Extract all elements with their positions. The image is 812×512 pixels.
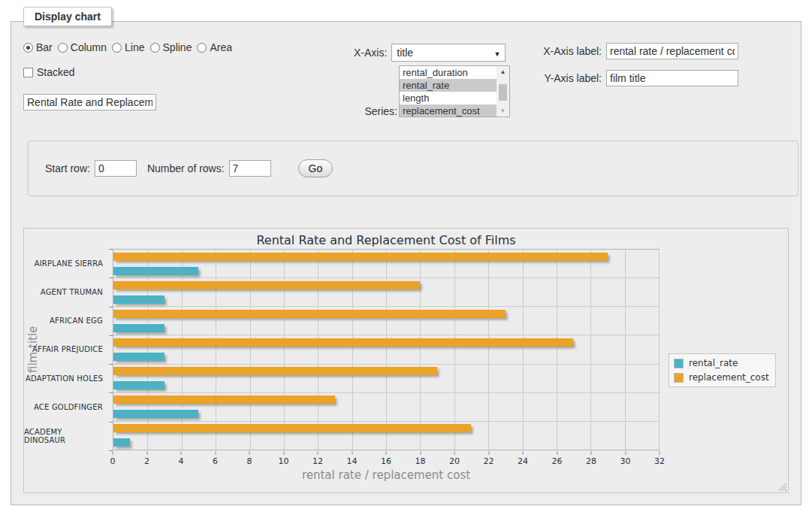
x-tick-mark [146,451,147,455]
x-axis-label-label: X-Axis label: [542,45,602,57]
x-tick-mark [215,451,216,455]
chart-type-option-column[interactable]: Column [58,41,107,53]
radio-icon[interactable] [23,43,33,53]
y-axis-label-label: Y-Axis label: [542,72,602,84]
series-select-label: Series: [352,105,397,117]
category-label: AGENT TRUMAN [24,277,108,306]
radio-icon[interactable] [150,43,160,53]
radio-icon[interactable] [112,43,122,53]
chart-row [113,422,659,450]
x-axis-select[interactable]: title [391,44,506,62]
x-tick-mark [523,451,524,455]
scrollbar-thumb[interactable] [499,84,507,101]
legend-swatch-icon [674,373,684,383]
series-listbox-scrollbar[interactable] [497,66,509,117]
series-listbox[interactable]: rental_durationrental_ratelengthreplacem… [399,65,510,117]
category-labels: AIRPLANE SIERRAAGENT TRUMANAFRICAN EGGAF… [24,249,108,450]
bar-replacement_cost [113,367,437,375]
bar-rental_rate [113,324,165,332]
chart-row [113,335,659,364]
x-tick-label: 18 [415,456,426,466]
x-axis-label-input[interactable] [606,43,738,59]
bar-rental_rate [113,353,165,361]
stacked-checkbox[interactable] [23,68,33,77]
x-tick-label: 8 [247,456,252,466]
chart-type-option-line[interactable]: Line [112,41,144,53]
chart-type-option-spline[interactable]: Spline [150,41,192,53]
chart-rows [113,250,659,450]
chart-type-option-bar[interactable]: Bar [23,41,53,53]
chart-x-axis-title: rental rate / replacement cost [113,468,660,482]
chart-row [113,250,659,278]
bar-replacement_cost [113,253,608,261]
chart-row [113,278,659,307]
x-tick-mark [420,451,421,455]
series-option-replacement_cost[interactable]: replacement_cost [400,105,497,117]
radio-option-label: Spline [163,41,192,53]
chart-legend: rental_ratereplacement_cost [669,353,776,387]
radio-option-label: Bar [36,41,53,53]
chart-row [113,307,659,335]
chart-type-radio-group: BarColumnLineSplineArea [23,41,237,53]
x-tick-mark [591,451,592,455]
category-label: ACE GOLDFINGER [24,392,108,421]
y-axis-label-input[interactable] [606,70,738,86]
category-label: AFFAIR PREJUDICE [24,335,108,364]
fieldset-legend: Display chart [23,7,112,26]
num-rows-input[interactable] [229,160,271,177]
series-option-rental_rate[interactable]: rental_rate [400,79,497,92]
chart-type-option-area[interactable]: Area [197,41,232,53]
bar-replacement_cost [113,281,420,289]
stacked-option[interactable]: Stacked [23,66,75,78]
x-tick-mark [660,451,660,455]
x-tick-mark [352,451,352,455]
bar-replacement_cost [113,395,335,404]
bar-replacement_cost [113,424,471,432]
legend-swatch-icon [674,359,684,368]
x-tick-label: 10 [279,456,289,466]
go-button[interactable]: Go [298,159,334,177]
start-row-label: Start row: [45,162,90,174]
legend-label: rental_rate [689,358,738,368]
x-tick-mark [386,451,387,455]
x-tick-labels: 02468101214161820222426283032 [113,450,660,468]
legend-label: replacement_cost [689,372,769,383]
radio-option-label: Line [125,41,144,53]
x-tick-label: 6 [213,456,218,466]
start-row-input[interactable] [95,160,137,177]
radio-option-label: Area [210,41,232,53]
series-option-rental_duration[interactable]: rental_duration [400,66,497,79]
radio-option-label: Column [71,41,107,53]
chart-title-input[interactable] [23,94,156,111]
bar-replacement_cost [113,310,506,318]
x-tick-mark [625,451,626,455]
x-tick-mark [113,451,113,455]
bar-rental_rate [113,438,130,447]
scroll-down-icon[interactable] [497,105,509,117]
radio-icon[interactable] [58,43,68,53]
resize-handle-icon[interactable] [778,483,786,491]
category-label: AFRICAN EGG [24,307,108,335]
row-range-panel: Start row: Number of rows: Go [28,141,798,196]
chart-canvas: Rental Rate and Replacement Cost of Film… [23,228,789,493]
bar-rental_rate [113,381,165,389]
x-tick-mark [181,451,182,455]
x-tick-label: 4 [179,456,184,466]
stacked-label: Stacked [37,66,75,78]
chevron-down-icon [494,47,500,59]
category-label: ADAPTATION HOLES [24,364,108,392]
num-rows-label: Number of rows: [147,162,225,174]
scroll-up-icon[interactable] [497,66,509,77]
gridline [659,250,660,450]
radio-icon[interactable] [197,43,207,53]
x-tick-label: 14 [347,456,358,466]
display-chart-fieldset: Display chart BarColumnLineSplineArea St… [11,21,801,505]
series-option-length[interactable]: length [400,92,497,105]
chart-title: Rental Rate and Replacement Cost of Film… [113,233,660,247]
chart-row [113,393,659,422]
x-tick-label: 28 [586,456,596,466]
bar-rental_rate [113,295,165,304]
x-tick-label: 24 [518,456,528,466]
x-tick-mark [454,451,455,455]
legend-entry-rental_rate: rental_rate [674,358,769,368]
